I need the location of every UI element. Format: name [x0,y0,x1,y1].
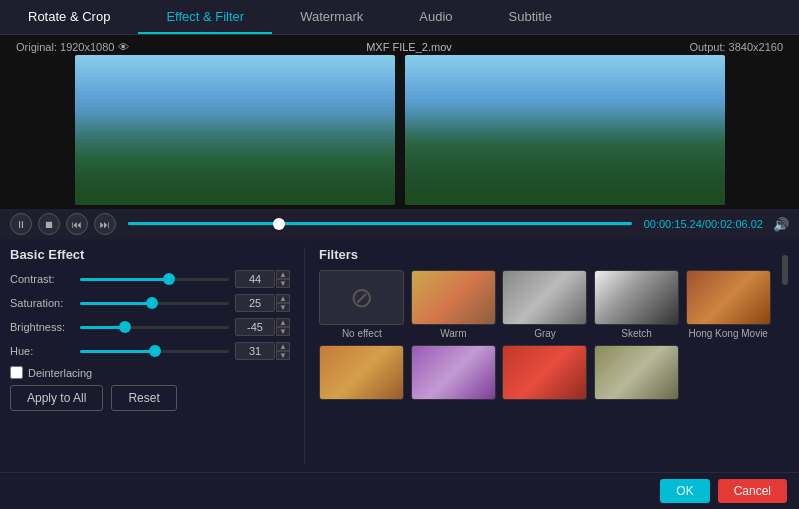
filters-grid: No effect Warm Gray Sketch [319,270,771,403]
preview-meta-row: Original: 1920x1080 👁 MXF FILE_2.mov Out… [10,39,789,55]
contrast-up[interactable]: ▲ [276,270,290,279]
hue-slider[interactable] [80,344,229,358]
video-preview-right [405,55,725,205]
filter-r2d[interactable] [594,345,680,403]
contrast-slider[interactable] [80,272,229,286]
filter-label-gray: Gray [534,328,556,339]
deinterlacing-row: Deinterlacing [10,366,290,379]
time-display: 00:00:15.24/00:02:06.02 [644,218,763,230]
ok-button[interactable]: OK [660,479,709,503]
reset-button[interactable]: Reset [111,385,176,411]
contrast-label: Contrast: [10,273,80,285]
saturation-slider[interactable] [80,296,229,310]
brightness-label: Brightness: [10,321,80,333]
brightness-spin[interactable]: ▲ ▼ [276,318,290,336]
filter-hk-movie[interactable]: Hong Kong Movie [685,270,771,339]
output-label: Output: 3840x2160 [689,41,783,53]
file-name: MXF FILE_2.mov [366,41,452,53]
next-frame-button[interactable]: ⏭ [94,213,116,235]
saturation-label: Saturation: [10,297,80,309]
saturation-value-wrap: ▲ ▼ [235,294,290,312]
scroll-thumb[interactable] [782,255,788,285]
hue-input[interactable] [235,342,275,360]
filter-r2b[interactable] [411,345,497,403]
seek-bar[interactable] [128,222,632,226]
filter-thumb-no-effect [319,270,404,325]
hue-row: Hue: ▲ ▼ [10,342,290,360]
divider [304,247,305,464]
basic-effect-panel: Basic Effect Contrast: ▲ ▼ [10,247,290,464]
filter-warm[interactable]: Warm [411,270,497,339]
bottom-action-bar: OK Cancel [0,472,799,509]
tab-bar: Rotate & Crop Effect & Filter Watermark … [0,0,799,35]
prev-frame-button[interactable]: ⏮ [66,213,88,235]
seek-thumb[interactable] [273,218,285,230]
brightness-value-wrap: ▲ ▼ [235,318,290,336]
total-time: 00:02:06.02 [705,218,763,230]
tab-subtitle[interactable]: Subtitle [481,0,580,34]
filter-thumb-r2a [319,345,404,400]
current-time: 00:00:15.24 [644,218,702,230]
saturation-input[interactable] [235,294,275,312]
filter-label-sketch: Sketch [621,328,652,339]
filter-gray[interactable]: Gray [502,270,588,339]
filter-thumb-hk [686,270,771,325]
deinterlacing-checkbox[interactable] [10,366,23,379]
filter-label-warm: Warm [440,328,466,339]
saturation-row: Saturation: ▲ ▼ [10,294,290,312]
brightness-input[interactable] [235,318,275,336]
contrast-row: Contrast: ▲ ▼ [10,270,290,288]
filter-thumb-r2c [502,345,587,400]
filters-panel: Filters No effect Warm Gray [319,247,771,464]
brightness-down[interactable]: ▼ [276,327,290,336]
contrast-spin[interactable]: ▲ ▼ [276,270,290,288]
cancel-button[interactable]: Cancel [718,479,787,503]
preview-area: Original: 1920x1080 👁 MXF FILE_2.mov Out… [0,35,799,209]
filter-thumb-gray [502,270,587,325]
stop-button[interactable]: ⏹ [38,213,60,235]
filter-sketch[interactable]: Sketch [594,270,680,339]
contrast-down[interactable]: ▼ [276,279,290,288]
filter-thumb-r2b [411,345,496,400]
bottom-panel: Basic Effect Contrast: ▲ ▼ [0,239,799,472]
video-previews [10,55,789,205]
video-preview-left [75,55,395,205]
tab-rotate-crop[interactable]: Rotate & Crop [0,0,138,34]
tab-audio[interactable]: Audio [391,0,480,34]
tab-watermark[interactable]: Watermark [272,0,391,34]
filter-r2c[interactable] [502,345,588,403]
apply-all-button[interactable]: Apply to All [10,385,103,411]
scroll-indicator [781,247,789,464]
deinterlacing-label: Deinterlacing [28,367,92,379]
brightness-slider[interactable] [80,320,229,334]
basic-effect-title: Basic Effect [10,247,290,262]
tab-effect-filter[interactable]: Effect & Filter [138,0,272,34]
saturation-down[interactable]: ▼ [276,303,290,312]
saturation-up[interactable]: ▲ [276,294,290,303]
main-content: Original: 1920x1080 👁 MXF FILE_2.mov Out… [0,35,799,509]
hue-label: Hue: [10,345,80,357]
hue-spin[interactable]: ▲ ▼ [276,342,290,360]
original-label: Original: 1920x1080 [16,41,114,53]
brightness-up[interactable]: ▲ [276,318,290,327]
filter-thumb-warm [411,270,496,325]
filter-thumb-sketch [594,270,679,325]
play-pause-button[interactable]: ⏸ [10,213,32,235]
hue-value-wrap: ▲ ▼ [235,342,290,360]
contrast-input[interactable] [235,270,275,288]
filter-no-effect[interactable]: No effect [319,270,405,339]
hue-up[interactable]: ▲ [276,342,290,351]
eye-icon[interactable]: 👁 [118,41,129,53]
filter-label-hk: Hong Kong Movie [688,328,768,339]
hue-down[interactable]: ▼ [276,351,290,360]
filter-label-no-effect: No effect [342,328,382,339]
filter-r2a[interactable] [319,345,405,403]
brightness-row: Brightness: ▲ ▼ [10,318,290,336]
action-buttons: Apply to All Reset [10,385,290,411]
filter-thumb-r2d [594,345,679,400]
contrast-value-wrap: ▲ ▼ [235,270,290,288]
volume-icon[interactable]: 🔊 [773,217,789,232]
filters-title: Filters [319,247,771,262]
saturation-spin[interactable]: ▲ ▼ [276,294,290,312]
playback-controls: ⏸ ⏹ ⏮ ⏭ 00:00:15.24/00:02:06.02 🔊 [0,209,799,239]
